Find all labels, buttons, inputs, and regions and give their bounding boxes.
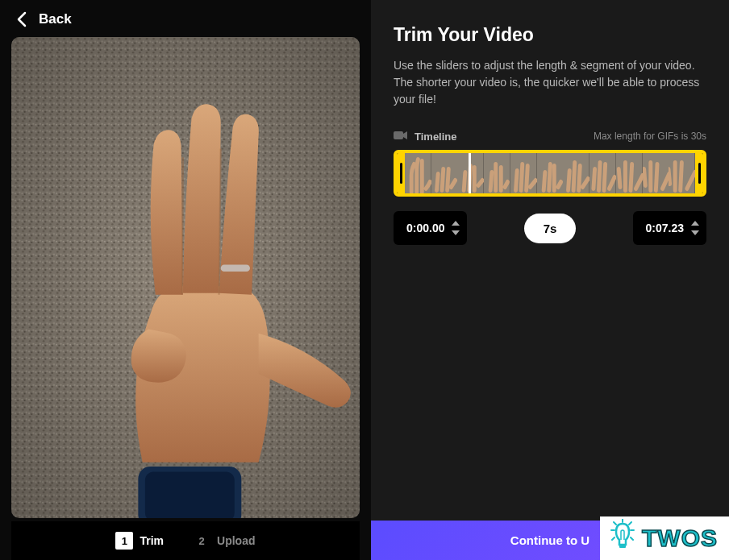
start-time-decrement[interactable]	[451, 229, 460, 237]
timeline-frame	[405, 153, 431, 193]
step-number: 1	[115, 532, 133, 550]
continue-label: Continue to U	[510, 533, 589, 547]
timeline-frame	[537, 153, 564, 193]
trim-handle-start[interactable]	[397, 153, 405, 193]
svg-rect-22	[619, 545, 626, 548]
step-label: Upload	[217, 534, 255, 547]
svg-rect-8	[145, 471, 235, 518]
timeline-frame	[431, 153, 458, 193]
watermark: TWOS	[600, 516, 729, 560]
step-trim[interactable]: 1 Trim	[101, 532, 178, 550]
trim-handle-end[interactable]	[695, 153, 703, 193]
step-upload[interactable]: 2 Upload	[178, 532, 269, 550]
timeline-frame	[616, 153, 643, 193]
end-time-value: 0:07.23	[646, 222, 684, 234]
svg-rect-9	[221, 265, 250, 272]
video-preview[interactable]	[11, 37, 360, 518]
timeline-frame	[510, 153, 537, 193]
timeline-frame	[484, 153, 510, 193]
start-time-increment[interactable]	[451, 219, 460, 227]
step-number: 2	[193, 532, 210, 550]
step-label: Trim	[140, 534, 164, 547]
max-length-text: Max length for GIFs is 30s	[594, 131, 706, 142]
start-time-value: 0:00.00	[406, 222, 444, 234]
page-description: Use the sliders to adjust the length & s…	[394, 57, 700, 108]
video-camera-icon	[394, 129, 408, 143]
timeline-frame	[643, 153, 669, 193]
chevron-left-icon	[16, 11, 27, 27]
end-time-stepper[interactable]: 0:07.23	[633, 211, 706, 245]
end-time-decrement[interactable]	[690, 229, 700, 237]
step-indicator: 1 Trim 2 Upload	[11, 521, 360, 560]
timeline-frame	[589, 153, 616, 193]
playhead[interactable]	[469, 150, 471, 197]
end-time-increment[interactable]	[690, 219, 700, 227]
timeline-frame	[563, 153, 589, 193]
timeline-frame	[669, 153, 695, 193]
trim-timeline[interactable]	[394, 150, 706, 197]
svg-rect-10	[394, 131, 403, 139]
duration-value: 7s	[544, 222, 557, 235]
lightbulb-icon	[608, 519, 637, 558]
duration-pill: 7s	[524, 214, 577, 243]
page-title: Trim Your Video	[394, 24, 706, 46]
back-label: Back	[39, 11, 72, 27]
filmstrip[interactable]	[405, 153, 695, 193]
back-button[interactable]: Back	[11, 11, 360, 27]
timeline-label: Timeline	[414, 131, 457, 143]
start-time-stepper[interactable]: 0:00.00	[394, 211, 467, 245]
watermark-text: TWOS	[642, 525, 718, 552]
